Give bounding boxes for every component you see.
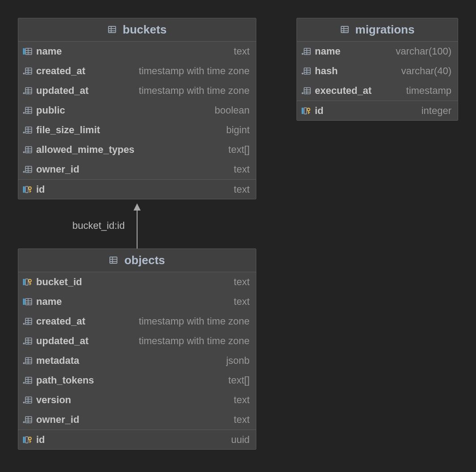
column-icon bbox=[23, 376, 33, 385]
column-type: timestamp with time zone bbox=[139, 65, 250, 77]
table-icon bbox=[109, 256, 120, 266]
column-icon bbox=[23, 106, 33, 115]
key-icon bbox=[23, 185, 33, 194]
column-name: id bbox=[36, 184, 45, 195]
erd-canvas: buckets name text created_at timestamp w… bbox=[0, 0, 476, 472]
column-row[interactable]: updated_at timestamp with time zone bbox=[18, 331, 256, 351]
column-icon bbox=[23, 47, 33, 56]
relation-arrow bbox=[132, 203, 145, 249]
column-type: timestamp bbox=[406, 85, 451, 97]
column-icon bbox=[23, 145, 33, 154]
column-type: varchar(40) bbox=[401, 65, 451, 77]
column-row[interactable]: name text bbox=[18, 42, 256, 61]
column-icon bbox=[23, 126, 33, 135]
column-type: text bbox=[234, 276, 250, 288]
column-type: integer bbox=[422, 105, 451, 117]
column-name: bucket_id bbox=[36, 276, 82, 288]
column-row[interactable]: hash varchar(40) bbox=[297, 61, 458, 81]
column-type: text[] bbox=[228, 144, 250, 156]
column-icon bbox=[23, 415, 33, 424]
table-header: migrations bbox=[297, 18, 458, 42]
column-icon bbox=[301, 67, 311, 76]
table-title: buckets bbox=[123, 23, 167, 37]
column-row[interactable]: version text bbox=[18, 390, 256, 410]
column-name: created_at bbox=[36, 316, 85, 327]
column-type: bigint bbox=[226, 124, 250, 136]
column-name: allowed_mime_types bbox=[36, 144, 134, 156]
column-icon bbox=[23, 396, 33, 405]
table-icon bbox=[340, 25, 351, 35]
column-type: uuid bbox=[231, 434, 250, 446]
column-type: text bbox=[234, 394, 250, 406]
column-icon bbox=[23, 165, 33, 174]
table-title: objects bbox=[124, 253, 165, 267]
column-name: public bbox=[36, 105, 65, 116]
table-icon bbox=[108, 25, 118, 35]
table-objects[interactable]: objects bucket_id text name text created… bbox=[18, 249, 256, 450]
column-name: metadata bbox=[36, 355, 79, 367]
column-name: created_at bbox=[36, 65, 85, 77]
column-row[interactable]: bucket_id text bbox=[18, 272, 256, 292]
column-type: text bbox=[234, 46, 250, 57]
column-row[interactable]: allowed_mime_types text[] bbox=[18, 140, 256, 160]
column-name: updated_at bbox=[36, 335, 88, 347]
column-row[interactable]: created_at timestamp with time zone bbox=[18, 312, 256, 331]
column-name: path_tokens bbox=[36, 375, 94, 386]
column-type: jsonb bbox=[226, 355, 250, 367]
key-icon bbox=[23, 278, 33, 287]
column-row[interactable]: created_at timestamp with time zone bbox=[18, 61, 256, 81]
table-title: migrations bbox=[355, 23, 415, 37]
column-row-pk[interactable]: id integer bbox=[297, 101, 458, 120]
column-name: owner_id bbox=[36, 164, 79, 175]
column-name: id bbox=[36, 434, 45, 446]
column-row-pk[interactable]: id uuid bbox=[18, 430, 256, 449]
key-icon bbox=[301, 106, 311, 115]
column-type: timestamp with time zone bbox=[139, 335, 250, 347]
table-migrations[interactable]: migrations name varchar(100) hash varcha… bbox=[296, 18, 458, 121]
column-row[interactable]: path_tokens text[] bbox=[18, 371, 256, 390]
column-icon bbox=[23, 297, 33, 306]
column-row[interactable]: metadata jsonb bbox=[18, 351, 256, 371]
column-type: boolean bbox=[215, 105, 250, 116]
column-icon bbox=[301, 86, 311, 95]
column-name: name bbox=[36, 296, 62, 308]
table-header: objects bbox=[18, 249, 256, 272]
svg-marker-24 bbox=[134, 203, 141, 211]
column-type: text bbox=[234, 414, 250, 426]
column-icon bbox=[23, 67, 33, 76]
column-icon bbox=[301, 47, 311, 56]
column-type: varchar(100) bbox=[396, 46, 451, 57]
column-type: text[] bbox=[228, 375, 250, 386]
column-row[interactable]: owner_id text bbox=[18, 160, 256, 179]
column-type: text bbox=[234, 184, 250, 195]
column-name: updated_at bbox=[36, 85, 88, 97]
relation-label: bucket_id:id bbox=[72, 220, 125, 232]
column-row[interactable]: executed_at timestamp bbox=[297, 81, 458, 101]
column-type: text bbox=[234, 164, 250, 175]
column-row-pk[interactable]: id text bbox=[18, 179, 256, 199]
column-name: file_size_limit bbox=[36, 124, 100, 136]
column-icon bbox=[23, 337, 33, 346]
column-row[interactable]: name text bbox=[18, 292, 256, 312]
column-row[interactable]: name varchar(100) bbox=[297, 42, 458, 61]
column-row[interactable]: updated_at timestamp with time zone bbox=[18, 81, 256, 101]
column-type: timestamp with time zone bbox=[139, 316, 250, 327]
column-icon bbox=[23, 356, 33, 365]
column-name: hash bbox=[315, 65, 338, 77]
column-type: timestamp with time zone bbox=[139, 85, 250, 97]
column-name: name bbox=[36, 46, 62, 57]
column-name: id bbox=[315, 105, 324, 117]
column-icon bbox=[23, 86, 33, 95]
key-icon bbox=[23, 435, 33, 444]
column-type: text bbox=[234, 296, 250, 308]
column-name: version bbox=[36, 394, 71, 406]
column-row[interactable]: file_size_limit bigint bbox=[18, 120, 256, 140]
column-row[interactable]: public boolean bbox=[18, 101, 256, 120]
table-buckets[interactable]: buckets name text created_at timestamp w… bbox=[18, 18, 256, 199]
column-icon bbox=[23, 317, 33, 326]
table-header: buckets bbox=[18, 18, 256, 42]
column-name: owner_id bbox=[36, 414, 79, 426]
column-row[interactable]: owner_id text bbox=[18, 410, 256, 430]
column-name: name bbox=[315, 46, 340, 57]
column-name: executed_at bbox=[315, 85, 372, 97]
